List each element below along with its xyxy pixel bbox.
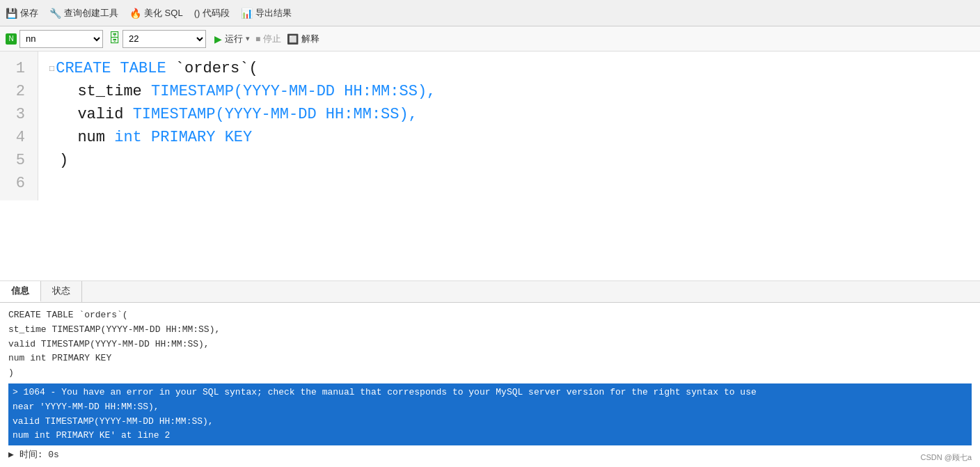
info-line: )	[8, 366, 972, 381]
run-dropdown-icon[interactable]: ▾	[246, 34, 250, 43]
explain-icon: 🔲	[287, 33, 299, 45]
beautify-icon: 🔥	[129, 8, 141, 19]
info-line: valid TIMESTAMP(YYYY-MM-DD HH:MM:SS),	[8, 338, 972, 352]
line-number: 3	[0, 103, 32, 126]
play-icon: ▶	[214, 33, 222, 45]
query-tool-label: 查询创建工具	[64, 7, 118, 19]
sql-keyword: int PRIMARY KEY	[114, 126, 252, 149]
code-line: )	[49, 149, 974, 172]
query-selector-wrapper: 🗄 22	[109, 30, 206, 48]
explain-label: 解释	[301, 33, 319, 45]
error-line: > 1064 - You have an error in your SQL s…	[13, 386, 967, 400]
info-tabs: 信息状态	[0, 281, 980, 303]
sql-identifier: `orders`(	[175, 57, 258, 80]
save-button[interactable]: 💾 保存	[6, 7, 38, 19]
info-line: num int PRIMARY KEY	[8, 351, 972, 366]
line-number: 1	[0, 57, 32, 80]
info-panel: CREATE TABLE `orders`( st_time TIMESTAMP…	[0, 303, 980, 467]
export-label: 导出结果	[255, 7, 292, 19]
error-line: near 'YYYY-MM-DD HH:MM:SS),	[13, 400, 967, 415]
explain-button[interactable]: 🔲 解释	[287, 33, 319, 45]
code-editor[interactable]: 123456 □CREATE TABLE `orders`( st_time T…	[0, 52, 980, 281]
query-tool-icon: 🔧	[49, 8, 61, 19]
run-button[interactable]: ▶ 运行 ▾	[214, 33, 250, 45]
line-number: 6	[0, 172, 32, 195]
code-line	[49, 172, 974, 195]
code-seg-label: () 代码段	[194, 7, 230, 19]
sql-identifier: st_time	[59, 80, 151, 103]
sql-identifier: )	[59, 149, 68, 172]
query-tool-button[interactable]: 🔧 查询创建工具	[49, 7, 118, 19]
run-label: 运行	[225, 33, 243, 45]
sql-keyword: CREATE TABLE	[56, 57, 175, 80]
code-seg-button[interactable]: () 代码段	[194, 7, 230, 19]
beautify-label: 美化 SQL	[144, 7, 183, 19]
stop-icon: ■	[255, 34, 260, 44]
info-line: st_time TIMESTAMP(YYYY-MM-DD HH:MM:SS),	[8, 323, 972, 338]
code-line: valid TIMESTAMP(YYYY-MM-DD HH:MM:SS),	[49, 103, 974, 126]
save-label: 保存	[20, 7, 38, 19]
error-line: valid TIMESTAMP(YYYY-MM-DD HH:MM:SS),	[13, 415, 967, 429]
fold-marker[interactable]: □	[49, 63, 54, 75]
code-line: □CREATE TABLE `orders`(	[49, 57, 974, 80]
save-icon: 💾	[6, 8, 17, 19]
tab-信息[interactable]: 信息	[0, 281, 41, 302]
time-line: ▶ 时间: 0s	[8, 448, 972, 463]
sql-keyword: TIMESTAMP(YYYY-MM-DD HH:MM:SS),	[151, 80, 436, 103]
line-number: 4	[0, 126, 32, 149]
sql-identifier: num	[59, 126, 114, 149]
line-number: 5	[0, 149, 32, 172]
sql-keyword: TIMESTAMP(YYYY-MM-DD HH:MM:SS),	[133, 103, 418, 126]
db-selector[interactable]: nn	[19, 30, 103, 48]
querybar: N nn 🗄 22 ▶ 运行 ▾ ■ 停止 🔲 解释	[0, 26, 980, 52]
line-numbers: 123456	[0, 52, 38, 200]
stop-button[interactable]: ■ 停止	[255, 33, 281, 45]
db-icon: N	[6, 33, 17, 45]
code-line: st_time TIMESTAMP(YYYY-MM-DD HH:MM:SS),	[49, 80, 974, 103]
export-icon: 📊	[241, 8, 253, 19]
query-actions: ▶ 运行 ▾ ■ 停止 🔲 解释	[214, 33, 319, 45]
watermark: CSDN @顾七a	[920, 452, 972, 463]
code-line: num int PRIMARY KEY	[49, 126, 974, 149]
db-selector-wrapper: N nn	[6, 30, 103, 48]
sql-identifier: valid	[59, 103, 133, 126]
query-selector[interactable]: 22	[122, 30, 206, 48]
stop-label: 停止	[263, 33, 281, 45]
tab-状态[interactable]: 状态	[41, 281, 82, 302]
info-line: CREATE TABLE `orders`(	[8, 308, 972, 323]
error-block: > 1064 - You have an error in your SQL s…	[8, 383, 972, 445]
toolbar: 💾 保存 🔧 查询创建工具 🔥 美化 SQL () 代码段 📊 导出结果	[0, 0, 980, 26]
beautify-button[interactable]: 🔥 美化 SQL	[129, 7, 183, 19]
code-content[interactable]: □CREATE TABLE `orders`( st_time TIMESTAM…	[38, 52, 980, 200]
db2-icon: 🗄	[109, 31, 121, 46]
error-line: num int PRIMARY KE' at line 2	[13, 429, 967, 443]
line-number: 2	[0, 80, 32, 103]
export-button[interactable]: 📊 导出结果	[241, 7, 292, 19]
